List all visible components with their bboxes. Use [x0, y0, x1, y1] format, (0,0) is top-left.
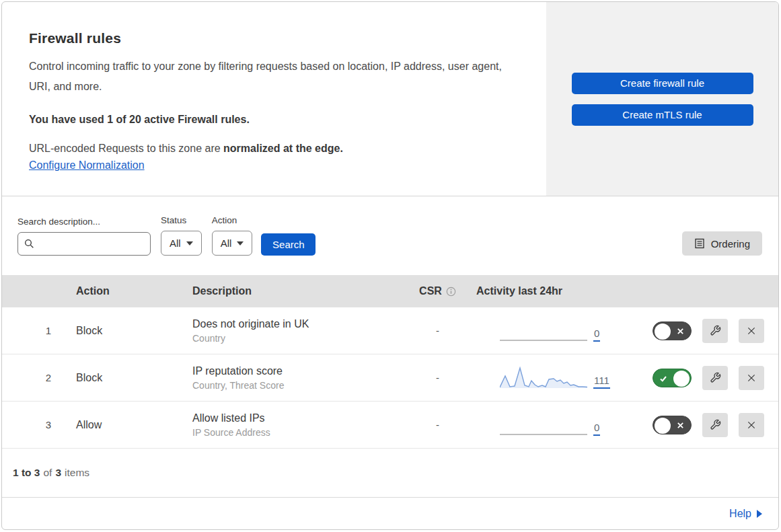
delete-rule-button[interactable]: [739, 366, 764, 390]
activity-sparkline: [500, 319, 587, 343]
rule-description: Does not originate in UK: [192, 318, 399, 330]
search-field: Search description...: [17, 217, 151, 256]
rule-csr: -: [436, 419, 439, 430]
wrench-icon: [710, 372, 721, 383]
rule-description: Allow listed IPs: [192, 412, 399, 424]
ordering-button[interactable]: Ordering: [682, 231, 762, 256]
rule-enabled-toggle[interactable]: [653, 369, 692, 387]
close-icon: [746, 420, 757, 430]
actions-panel: Create firewall rule Create mTLS rule: [546, 2, 778, 196]
column-activity: Activity last 24hr: [476, 285, 624, 297]
edit-rule-button[interactable]: [702, 319, 728, 343]
pagination-summary: 1 to 3 of 3 items: [2, 449, 778, 498]
table-row: 2 Block IP reputation score Country, Thr…: [2, 354, 778, 402]
column-action: Action: [63, 285, 179, 297]
chevron-down-icon: [186, 241, 193, 245]
column-csr: CSR: [419, 285, 456, 297]
status-field: Status All: [161, 215, 202, 256]
action-field: Action All: [212, 215, 253, 256]
activity-count-link[interactable]: 0: [593, 328, 600, 342]
page-description: Control incoming traffic to your zone by…: [29, 56, 526, 97]
header-section: Firewall rules Control incoming traffic …: [2, 2, 778, 196]
rule-fields: Country: [192, 333, 399, 344]
rule-description: IP reputation score: [192, 365, 399, 377]
rule-fields: Country, Threat Score: [192, 380, 399, 391]
search-label: Search description...: [17, 217, 151, 227]
rule-action: Block: [63, 372, 179, 384]
delete-rule-button[interactable]: [739, 319, 764, 343]
cross-icon: [677, 422, 684, 429]
table-row: 3 Allow Allow listed IPs IP Source Addre…: [2, 402, 778, 449]
rule-enabled-toggle[interactable]: [653, 416, 692, 434]
action-label: Action: [212, 215, 253, 225]
rule-priority: 2: [46, 372, 63, 383]
status-label: Status: [161, 215, 202, 225]
page-title: Firewall rules: [29, 30, 526, 46]
rule-action: Allow: [63, 419, 179, 431]
configure-normalization-link[interactable]: Configure Normalization: [29, 159, 145, 172]
table-row: 1 Block Does not originate in UK Country…: [2, 307, 778, 354]
activity-count-link[interactable]: 111: [593, 375, 610, 389]
check-icon: [659, 375, 667, 383]
rule-csr: -: [436, 325, 439, 336]
wrench-icon: [710, 325, 721, 336]
edit-rule-button[interactable]: [702, 366, 728, 390]
status-dropdown[interactable]: All: [161, 231, 202, 256]
filter-bar: Search description... Status All Action …: [2, 196, 778, 275]
header-text-block: Firewall rules Control incoming traffic …: [2, 2, 546, 196]
rule-csr: -: [436, 372, 439, 383]
table-header: Action Description CSR Activity last 24h…: [2, 275, 778, 307]
info-icon: [446, 287, 456, 297]
search-button[interactable]: Search: [261, 233, 315, 256]
rule-enabled-toggle[interactable]: [653, 321, 692, 340]
edit-rule-button[interactable]: [702, 413, 728, 437]
normalization-note: URL-encoded Requests to this zone are no…: [29, 143, 526, 155]
column-description: Description: [179, 285, 399, 297]
delete-rule-button[interactable]: [739, 413, 764, 437]
rule-priority: 3: [46, 419, 63, 430]
create-firewall-rule-button[interactable]: Create firewall rule: [572, 73, 753, 94]
cross-icon: [677, 328, 684, 335]
activity-count-link[interactable]: 0: [593, 422, 600, 436]
rule-action: Block: [63, 325, 179, 337]
search-box[interactable]: [17, 232, 151, 256]
wrench-icon: [710, 419, 721, 430]
search-icon: [24, 239, 34, 249]
chevron-down-icon: [237, 241, 244, 245]
rule-priority: 1: [46, 325, 63, 336]
activity-sparkline: [500, 366, 587, 390]
create-mtls-rule-button[interactable]: Create mTLS rule: [572, 104, 753, 126]
rule-fields: IP Source Address: [192, 427, 399, 438]
list-document-icon: [694, 238, 705, 249]
help-link[interactable]: Help: [729, 508, 762, 520]
close-icon: [746, 326, 757, 336]
close-icon: [746, 373, 757, 383]
arrow-right-icon: [757, 510, 762, 518]
usage-summary: You have used 1 of 20 active Firewall ru…: [29, 114, 526, 126]
action-dropdown[interactable]: All: [212, 231, 253, 256]
search-input[interactable]: [39, 239, 144, 250]
help-bar: Help: [2, 498, 778, 530]
firewall-rules-card: Firewall rules Control incoming traffic …: [1, 1, 779, 530]
activity-sparkline: [500, 413, 587, 437]
